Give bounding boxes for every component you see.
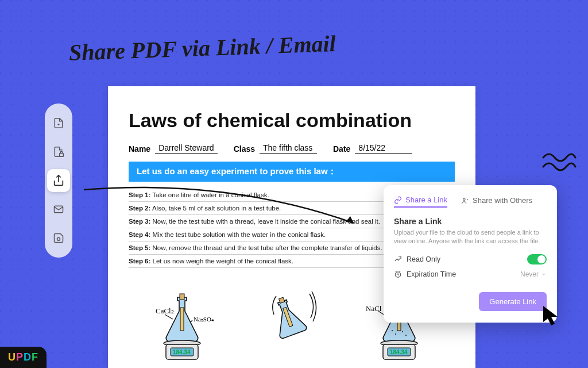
- svg-text:Na₂SO₄: Na₂SO₄: [194, 316, 214, 323]
- file-icon[interactable]: [47, 112, 70, 135]
- panel-heading: Share a Link: [394, 217, 547, 226]
- svg-point-3: [57, 237, 60, 240]
- svg-rect-6: [180, 294, 184, 300]
- share-icon[interactable]: [47, 169, 70, 192]
- expiration-label: Expiration Time: [407, 270, 456, 278]
- read-only-icon: [394, 255, 402, 263]
- updf-logo: UPDF: [0, 347, 47, 368]
- cursor-icon: [542, 305, 562, 328]
- svg-point-18: [395, 334, 396, 335]
- read-only-label: Read Only: [407, 255, 440, 263]
- svg-rect-7: [180, 308, 184, 331]
- svg-text:CaCl₂: CaCl₂: [156, 306, 174, 315]
- doc-title: Laws of chemical combination: [129, 109, 455, 132]
- share-panel: Share a Link Share with Others Share a L…: [384, 185, 557, 323]
- flask-2: [249, 286, 335, 368]
- svg-point-0: [58, 124, 59, 125]
- sidebar-toolbar: [45, 103, 72, 258]
- svg-point-20: [405, 335, 407, 336]
- save-icon[interactable]: [47, 227, 70, 250]
- svg-text:184.34: 184.34: [390, 349, 408, 355]
- clock-icon: [394, 270, 402, 278]
- flask-1: CaCl₂ Na₂SO₄ 184.34: [140, 286, 226, 368]
- svg-point-19: [402, 331, 403, 332]
- read-only-toggle[interactable]: [527, 254, 547, 264]
- svg-point-17: [392, 330, 393, 331]
- name-value: Darrell Steward: [155, 143, 217, 154]
- chevron-down-icon: [541, 271, 547, 277]
- file-lock-icon[interactable]: [47, 140, 70, 163]
- class-label: Class: [234, 144, 255, 154]
- tab-share-link[interactable]: Share a Link: [394, 195, 447, 208]
- tab-share-others[interactable]: Share with Others: [461, 195, 532, 208]
- date-value: 8/15/22: [355, 143, 412, 154]
- svg-rect-1: [60, 154, 64, 157]
- class-value: The fifth class: [260, 143, 317, 154]
- date-label: Date: [333, 144, 350, 154]
- mail-icon[interactable]: [47, 198, 70, 221]
- panel-description: Upload your file to the cloud to send pe…: [394, 228, 547, 246]
- name-label: Name: [129, 144, 150, 154]
- svg-point-25: [463, 198, 466, 200]
- experiment-banner: Let us do an easy experiment to prove th…: [129, 162, 455, 182]
- decorative-squiggle-icon: [542, 150, 577, 172]
- svg-text:184.34: 184.34: [173, 349, 191, 355]
- expiration-value[interactable]: Never: [520, 270, 547, 278]
- generate-link-button[interactable]: Generate Link: [479, 292, 547, 311]
